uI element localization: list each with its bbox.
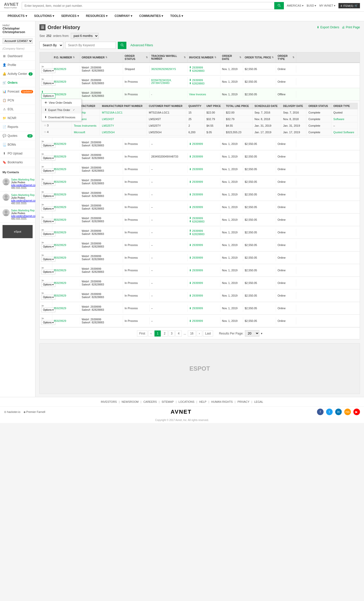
page-2-button[interactable]: 2 <box>162 330 168 337</box>
page-4-button[interactable]: 4 <box>175 330 182 337</box>
next-page-button[interactable]: › <box>197 330 202 337</box>
last-page-button[interactable]: Last <box>203 330 213 337</box>
invoice-link[interactable]: ⬇ 2939999 <box>189 206 219 209</box>
region-selector[interactable]: AMERICAS ▾ <box>287 4 304 7</box>
po-number-link[interactable]: 85929929 <box>54 294 66 297</box>
keyword-search-button[interactable] <box>118 42 126 49</box>
invoice-link[interactable]: ⬇ 2939999 <box>189 216 219 220</box>
sidebar-item-pcn[interactable]: 📋 PCN <box>0 96 35 105</box>
po-number-link[interactable]: 85929929 <box>54 243 66 247</box>
invoice-link[interactable]: ⬇ 2939999 <box>189 78 219 82</box>
view-order-details-item[interactable]: 👁 View Order Details <box>41 99 81 106</box>
footer-help-link[interactable]: HELP <box>199 400 207 403</box>
nav-products[interactable]: PRODUCTS ▾ <box>4 12 31 21</box>
sidebar-item-ncnr[interactable]: 📁 NCNR <box>0 114 35 123</box>
search-button[interactable] <box>274 2 284 9</box>
po-number-link[interactable]: 85929929 <box>54 206 66 209</box>
footer-investors-link[interactable]: INVESTORS <box>101 400 117 403</box>
sidebar-item-reports[interactable]: 📄 Reports <box>0 123 35 131</box>
sidebar-item-profile[interactable]: 👤 Profile <box>0 61 35 70</box>
search-input[interactable] <box>22 2 274 9</box>
po-number-link[interactable]: 85929929 <box>54 68 66 71</box>
invoice-link[interactable]: ⬇ 2939999 <box>189 256 219 259</box>
footer-sitemap-link[interactable]: SITEMAP <box>162 400 174 403</box>
po-number-link[interactable]: 85929929 <box>54 80 66 83</box>
nav-services[interactable]: SERVICES ▾ <box>58 12 82 21</box>
po-number-link[interactable]: 85929929 <box>54 93 66 96</box>
invoice-link-2[interactable]: ⬇ 62828883 <box>189 232 219 236</box>
per-page-dropdown[interactable]: 20 50 100 <box>245 330 259 337</box>
manufacturer-link[interactable]: Microsoft <box>74 131 85 134</box>
th-order-status[interactable]: ORDER STATUS ⇅ <box>123 52 150 62</box>
nav-company[interactable]: COMPANY ▾ <box>111 12 136 21</box>
po-number-link[interactable]: 85929929 <box>54 281 66 284</box>
quoted-software-link[interactable]: Quoted Software <box>333 131 354 134</box>
rss-icon[interactable]: rss <box>344 409 351 415</box>
export-order-item[interactable]: ⬇ Export This Order ✓ <box>41 106 81 114</box>
prev-page-button[interactable]: ‹ <box>148 330 154 337</box>
po-number-link[interactable]: 85929929 <box>54 155 66 158</box>
facebook-icon[interactable]: f <box>317 409 324 415</box>
po-number-link[interactable]: 85929929 <box>54 193 66 196</box>
footer-newsroom-link[interactable]: NEWSROOM <box>122 400 139 403</box>
currency-selector[interactable]: $USD ▾ <box>307 4 316 7</box>
footer-human-rights-link[interactable]: HUMAN RIGHTS <box>211 400 233 403</box>
invoice-link[interactable]: ⬇ 2939999 <box>189 142 219 146</box>
invoice-link[interactable]: ⬇ 2939999 <box>189 319 219 323</box>
invoice-link[interactable]: ⬇ 2939999 <box>189 307 219 310</box>
po-number-link[interactable]: 85929929 <box>54 256 66 259</box>
print-page-link[interactable]: 🖨 Print Page <box>342 26 360 29</box>
po-number-link[interactable]: 85929929 <box>54 319 66 322</box>
footer-privacy-link[interactable]: PRIVACY <box>237 400 249 403</box>
po-number-link[interactable]: 85929929 <box>54 180 66 183</box>
sidebar-item-activity-center[interactable]: 🔔 Activity Center 2 <box>0 70 35 78</box>
twitter-icon[interactable]: t <box>326 409 333 415</box>
th-order-type[interactable]: ORDER TYPE ⇅ <box>276 52 296 62</box>
mfg-part-link[interactable]: LM325GH <box>102 131 115 134</box>
po-number-link[interactable]: 85929929 <box>54 142 66 145</box>
footer-legal-link[interactable]: LEGAL <box>254 400 263 403</box>
footer-careers-link[interactable]: CAREERS <box>143 400 157 403</box>
export-orders-link[interactable]: ⬇ Export Orders <box>317 26 339 29</box>
sidebar-item-quotes[interactable]: 💬 Quotes 14 <box>0 131 35 140</box>
linkedin-icon[interactable]: in <box>335 409 342 415</box>
invoice-link[interactable]: ⬇ 2939999 <box>189 193 219 196</box>
nav-resources[interactable]: RESOURCES ▾ <box>82 12 111 21</box>
page-1-button[interactable]: 1 <box>154 330 161 337</box>
tracking-link[interactable]: 82394782343324,2973947239483 <box>151 79 172 84</box>
mfg-part-link[interactable]: MTS216A-LGC1 <box>102 111 122 114</box>
nav-tools[interactable]: TOOLS ▾ <box>167 12 186 21</box>
page-3-button[interactable]: 3 <box>169 330 175 337</box>
po-number-link[interactable]: 85929929 <box>54 307 66 310</box>
invoice-link[interactable]: ⬇ 2939999 <box>189 243 219 247</box>
invoice-link-2[interactable]: ⬇ 62828883 <box>189 69 219 72</box>
th-total-price[interactable]: ORDER TOTAL PRICE ⇅ <box>243 52 276 62</box>
account-dropdown[interactable]: Account# 123456789 <box>3 38 33 44</box>
th-tracking[interactable]: TRACKING/ WAYBILL NUMBER ⇅ <box>150 52 188 62</box>
invoice-link[interactable]: ⬇ 2939999 <box>189 180 219 184</box>
po-number-link[interactable]: 85929929 <box>54 168 66 171</box>
po-number-link[interactable]: 85929929 <box>54 218 66 221</box>
my-avnet-link[interactable]: MY AVNET ▾ <box>319 4 335 7</box>
sidebar-item-boms[interactable]: 📃 BOMs <box>0 140 35 149</box>
download-invoices-item[interactable]: ⬇ Download All Invoices <box>41 114 81 121</box>
nav-communities[interactable]: COMMUNITIES ▾ <box>136 12 167 21</box>
nav-solutions[interactable]: SOLUTIONS ▾ <box>31 12 58 21</box>
search-by-dropdown[interactable]: Search By <box>39 41 63 49</box>
invoice-link[interactable]: ⬇ 2939999 <box>189 294 219 297</box>
invoice-link[interactable]: ⬇ 2939999 <box>189 281 219 285</box>
sidebar-item-forecast[interactable]: 📊 Forecast Updated <box>0 87 35 96</box>
cart-button[interactable]: 4 ITEM(S) 🛒 <box>338 3 360 8</box>
sidebar-item-po-upload[interactable]: ⬆ PO Upload <box>0 149 35 158</box>
po-number-link[interactable]: 85929929 <box>54 269 66 272</box>
mfg-part-link[interactable]: LM324ST <box>102 118 114 121</box>
software-link[interactable]: Software <box>333 118 344 121</box>
tracking-link[interactable]: 38292992929829XYS <box>151 68 176 71</box>
invoice-link-2[interactable]: ⬇ 62828883 <box>189 82 219 85</box>
invoice-link[interactable]: ⬇ 2939999 <box>189 269 219 272</box>
sidebar-item-dashboard[interactable]: ⊞ Dashboard <box>0 52 35 61</box>
invoice-link-2[interactable]: ⬇ 62828883 <box>189 220 219 223</box>
th-order-number[interactable]: ORDER NUMBER ⇅ <box>80 52 123 62</box>
th-invoice[interactable]: INVOICE NUMBER ⇅ <box>188 52 220 62</box>
view-invoices-link[interactable]: View Invoices <box>189 93 206 96</box>
